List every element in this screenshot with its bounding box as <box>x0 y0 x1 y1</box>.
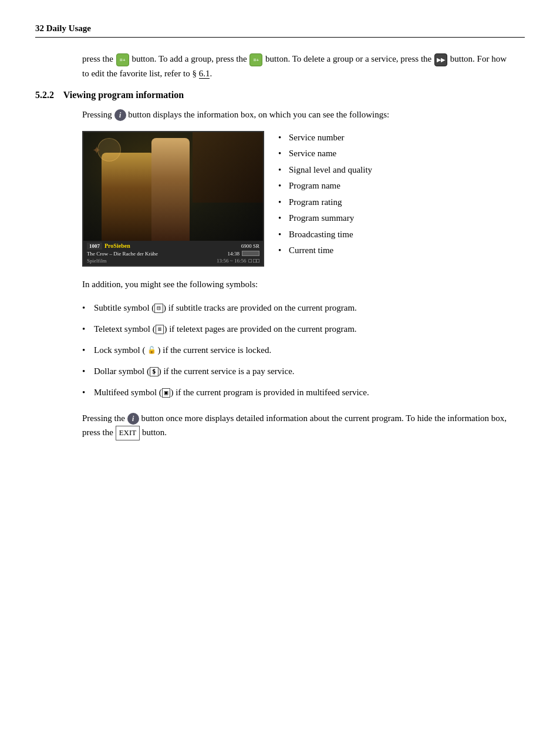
closing-end: button. <box>142 428 167 437</box>
section-heading: 5.2.2 Viewing program information <box>35 90 184 100</box>
dollar-symbol: $ <box>150 367 158 376</box>
tv-row1: 1007 ProSieben 6900 SR <box>87 243 259 250</box>
delete-btn-icon: ▶▶ <box>434 53 447 66</box>
scene-light <box>97 138 121 161</box>
channel-name: ProSieben <box>104 243 241 249</box>
info-layout: ✦ 1007 ProSieben 6900 SR The Crow – Die … <box>82 131 513 267</box>
section-intro-para: Pressing i button displays the informati… <box>82 107 513 122</box>
teletext-label: Teletext symbol <box>94 324 150 334</box>
dollar-label: Dollar symbol <box>94 366 144 376</box>
scene-wall <box>193 132 263 203</box>
signal-quality: 6900 SR <box>241 243 259 249</box>
scene-deco: ✦ <box>92 144 101 157</box>
tv-screenshot: ✦ 1007 ProSieben 6900 SR The Crow – Die … <box>82 131 264 267</box>
info-button-icon: i <box>114 109 126 121</box>
program-title: The Crow – Die Rache der Krähe <box>87 251 227 257</box>
subtitle-desc: if subtitle tracks are provided on the c… <box>168 303 357 312</box>
list-item: Current time <box>278 244 513 257</box>
intro-text-mid2: button. To delete a group or a service, … <box>265 54 431 63</box>
dollar-desc: if the current service is a pay service. <box>163 366 294 376</box>
list-item: Service name <box>278 147 513 160</box>
multifeed-label: Multifeed symbol <box>94 388 157 397</box>
time-range: 13:56 ~ 16:56 <box>217 258 246 264</box>
teletext-desc: if teletext pages are provided on the cu… <box>169 324 356 334</box>
subtitle-teletext-icons: □ □□ <box>248 258 259 264</box>
info-button-icon-2: i <box>127 413 139 425</box>
section-number: 5.2.2 <box>35 90 54 100</box>
tv-info-overlay: 1007 ProSieben 6900 SR The Crow – Die Ra… <box>83 241 263 265</box>
subtitle-label: Subtitle symbol <box>94 303 150 312</box>
list-item: Program rating <box>278 196 513 209</box>
lock-label: Lock symbol <box>94 345 140 355</box>
section-intro-before: Pressing <box>82 110 112 119</box>
section-heading-container: 5.2.2 Viewing program information <box>35 90 525 100</box>
symbol-list: Subtitle symbol (⊟) if subtitle tracks a… <box>82 301 513 399</box>
multifeed-desc: if the current program is provided in mu… <box>176 388 369 397</box>
add-group-btn-icon: ≡+ <box>249 53 262 66</box>
section-intro-after: button displays the information box, on … <box>128 110 389 119</box>
symbol-item-subtitle: Subtitle symbol (⊟) if subtitle tracks a… <box>82 301 513 315</box>
subtitle-symbol: ⊟ <box>154 304 163 313</box>
tv-image-area: ✦ <box>83 132 263 241</box>
lock-symbol: 🔓 <box>146 346 158 355</box>
intro-text: press the ≡+ button. To add a group, pre… <box>82 52 513 80</box>
closing-para: Pressing the i button once more displays… <box>82 411 513 440</box>
progress-bar <box>242 251 259 256</box>
list-item: Program name <box>278 179 513 193</box>
list-item: Broadcasting time <box>278 228 513 241</box>
symbol-item-multifeed: Multifeed symbol (▣) if the current prog… <box>82 385 513 399</box>
section-ref-link[interactable]: 6.1 <box>199 69 210 79</box>
scene-figure-left <box>102 153 154 241</box>
list-item: Signal level and quality <box>278 163 513 177</box>
lock-desc: if the current service is locked. <box>163 345 271 355</box>
exit-key: EXIT <box>116 426 140 440</box>
list-item: Service number <box>278 131 513 144</box>
teletext-symbol: ≡ <box>156 325 164 334</box>
section-title: Viewing program information <box>63 90 184 100</box>
info-items-list: Service number Service name Signal level… <box>278 131 513 260</box>
tv-row2: The Crow – Die Rache der Krähe 14:38 <box>87 251 259 257</box>
intro-text-mid1: button. To add a group, press the <box>131 54 247 63</box>
fav-btn-icon: ≡+ <box>116 53 129 66</box>
scene-figure-center <box>151 138 190 241</box>
page-header: 32 Daily Usage <box>35 23 525 38</box>
channel-number: 1007 <box>87 243 102 250</box>
tv-row3: Spielfilm 13:56 ~ 16:56 □ □□ <box>87 258 259 264</box>
genre: Spielfilm <box>87 258 217 264</box>
intro-text-end: . <box>210 69 212 78</box>
page: 32 Daily Usage press the ≡+ button. To a… <box>0 0 560 473</box>
section-content: Pressing i button displays the informati… <box>82 107 513 440</box>
symbol-item-lock: Lock symbol (🔓) if the current service i… <box>82 343 513 357</box>
intro-paragraph: press the ≡+ button. To add a group, pre… <box>82 52 513 80</box>
closing-before: Pressing the <box>82 413 125 423</box>
intro-text-before-btn1: press the <box>82 54 113 63</box>
symbol-item-teletext: Teletext symbol (≡) if teletext pages ar… <box>82 322 513 336</box>
page-number-title: 32 Daily Usage <box>35 23 91 33</box>
multifeed-symbol: ▣ <box>162 388 171 398</box>
symbols-intro-para: In addition, you might see the following… <box>82 277 513 291</box>
symbol-item-dollar: Dollar symbol ($) if the current service… <box>82 364 513 378</box>
program-time: 14:38 <box>227 251 239 257</box>
list-item: Program summary <box>278 211 513 225</box>
